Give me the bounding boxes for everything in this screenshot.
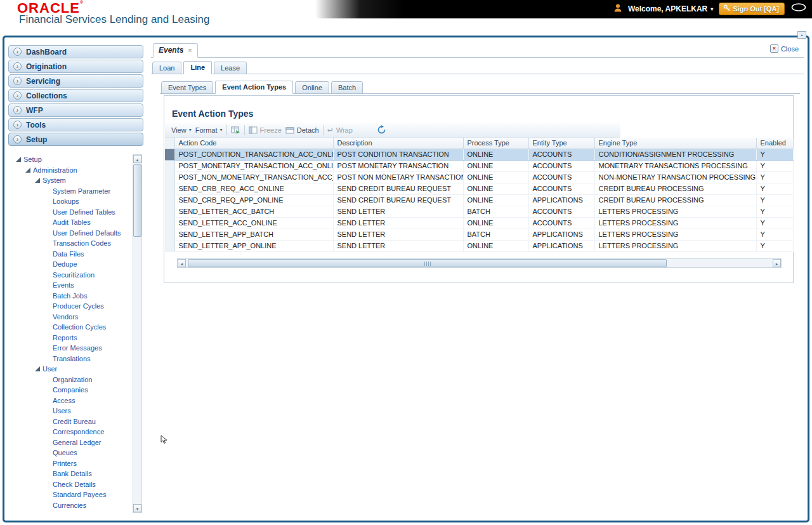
row-selector[interactable] (165, 183, 174, 194)
tree-item[interactable]: Access (13, 395, 129, 406)
tree-item[interactable]: System Parameter (13, 186, 129, 197)
tree-item[interactable]: Vendors (13, 312, 129, 322)
tree-node-link[interactable]: Translations (53, 355, 91, 362)
tree-node-link[interactable]: User Defined Tables (53, 208, 115, 216)
sidebar-menu-item[interactable]: › Tools (8, 118, 143, 131)
welcome-menu[interactable]: Welcome, APKELKAR ▾ (628, 4, 713, 13)
row-selector[interactable] (165, 160, 174, 171)
sidebar-scrollbar[interactable]: ▴ ▾ (133, 154, 142, 513)
tree-item[interactable]: User Defined Tables (13, 207, 129, 218)
sidebar-menu-item[interactable]: › WFP (8, 103, 143, 117)
tree-node-link[interactable]: Standard Payees (53, 491, 106, 498)
table-row[interactable]: POST_NON_MONETARY_TRANSACTION_ACC_ON... … (165, 171, 793, 183)
sub-tab[interactable]: Event Types (161, 81, 213, 94)
tab-close-icon[interactable]: × (188, 46, 192, 54)
sidebar-menu-item[interactable]: › Collections (8, 89, 143, 102)
tree-node-link[interactable]: Lookups (53, 197, 79, 205)
tree-item[interactable]: Currencies (13, 500, 129, 511)
row-selector[interactable] (165, 171, 174, 183)
tree-node-link[interactable]: Organization (53, 376, 92, 383)
expand-icon[interactable] (35, 366, 40, 371)
tree-item[interactable]: Lookups (13, 196, 129, 207)
tree-node-link[interactable]: Administration (33, 166, 77, 174)
row-selector[interactable] (165, 149, 174, 160)
sidebar-menu-item[interactable]: › DashBoard (8, 45, 143, 58)
row-selector[interactable] (165, 229, 174, 240)
scroll-down-icon[interactable]: ▾ (133, 504, 141, 512)
chat-bubble-icon[interactable] (790, 3, 807, 15)
sidebar-menu-item[interactable]: › Servicing (8, 74, 143, 88)
tree-node-link[interactable]: System (43, 176, 66, 184)
tree-node-link[interactable]: Printers (53, 460, 77, 467)
tree-node-link[interactable]: Batch Jobs (53, 292, 87, 300)
tree-node-link[interactable]: User (43, 365, 57, 373)
tree-node-link[interactable]: Securitization (53, 271, 95, 279)
row-selector[interactable] (165, 206, 174, 217)
row-selector[interactable] (165, 194, 174, 206)
tree-node-link[interactable]: Bank Details (53, 470, 92, 477)
tree-item[interactable]: Queues (13, 448, 129, 458)
page-scroll-up-icon[interactable]: ▴ (797, 31, 806, 39)
table-row[interactable]: SEND_LETTER_ACC_BATCH SEND LETTER BATCH … (165, 206, 793, 217)
tree-item[interactable]: Credit Bureau (13, 416, 129, 427)
table-row[interactable]: SEND_LETTER_APP_BATCH SEND LETTER BATCH … (165, 229, 793, 240)
tree-item[interactable]: Events (13, 280, 129, 291)
scroll-left-icon[interactable]: ◂ (178, 259, 186, 267)
tree-item[interactable]: General Ledger (13, 437, 129, 448)
tree-item[interactable]: Organization (13, 375, 129, 385)
product-tab[interactable]: Lease (214, 62, 247, 74)
tree-item[interactable]: Batch Jobs (13, 291, 129, 302)
tree-node-link[interactable]: General Ledger (53, 439, 101, 446)
tree-item[interactable]: Standard Payees (13, 489, 129, 500)
tree-node-link[interactable]: Users (53, 407, 71, 415)
tree-item[interactable]: Setup (13, 154, 129, 165)
tree-node-link[interactable]: Correspondence (53, 428, 104, 435)
tree-node-link[interactable]: Collection Cycles (53, 323, 106, 331)
freeze-button[interactable]: Freeze (249, 126, 282, 135)
sidebar-menu-item[interactable]: › Origination (8, 60, 143, 73)
tree-item[interactable]: Error Messages (13, 343, 129, 354)
product-tab[interactable]: Loan (152, 62, 181, 74)
sub-tab[interactable]: Online (295, 81, 329, 94)
tree-node-link[interactable]: Currencies (53, 502, 86, 509)
tree-item[interactable]: Securitization (13, 270, 129, 281)
wrap-button[interactable]: ↵ Wrap (327, 126, 353, 135)
refresh-icon[interactable] (377, 125, 386, 135)
format-menu-button[interactable]: Format ▾ (195, 126, 223, 134)
tree-item[interactable]: Data Files (13, 249, 129, 260)
tree-item[interactable]: Companies (13, 385, 129, 395)
tree-item[interactable]: System (13, 175, 129, 186)
tree-node-link[interactable]: Queues (53, 449, 77, 456)
tree-item[interactable]: Printers (13, 458, 129, 469)
expand-icon[interactable] (25, 168, 30, 173)
tree-node-link[interactable]: Error Messages (53, 344, 102, 352)
expand-icon[interactable] (16, 157, 21, 162)
sidebar-menu-item[interactable]: › Setup (8, 133, 143, 146)
table-row[interactable]: POST_CONDITION_TRANSACTION_ACC_ONLINE PO… (165, 149, 793, 160)
table-row[interactable]: SEND_LETTER_APP_ONLINE SEND LETTER ONLIN… (165, 240, 793, 251)
table-horizontal-scrollbar[interactable]: ◂ ▸ (177, 258, 782, 268)
tree-item[interactable]: Administration (13, 165, 129, 176)
tree-node-link[interactable]: Credit Bureau (53, 418, 96, 425)
tree-item[interactable]: User Defined Defaults (13, 228, 129, 239)
tab-events[interactable]: Events × (153, 43, 198, 58)
tree-item[interactable]: Check Details (13, 479, 129, 490)
scroll-right-icon[interactable]: ▸ (773, 259, 781, 267)
tree-item[interactable]: Collection Cycles (13, 322, 129, 333)
tree-node-link[interactable]: Audit Tables (53, 218, 91, 226)
table-row[interactable]: POST_MONETARY_TRANSACTION_ACC_ONLINE POS… (165, 160, 793, 171)
tree-item[interactable]: Producer Cycles (13, 301, 129, 312)
tree-item[interactable]: Bank Details (13, 469, 129, 479)
table-row[interactable]: SEND_LETTER_ACC_ONLINE SEND LETTER ONLIN… (165, 217, 793, 229)
tree-node-link[interactable]: Vendors (53, 313, 78, 321)
tree-node-link[interactable]: Companies (53, 386, 88, 394)
table-row[interactable]: SEND_CRB_REQ_APP_ONLINE SEND CREDIT BURE… (165, 194, 793, 206)
tree-item[interactable]: User (13, 364, 129, 375)
tree-node-link[interactable]: Setup (23, 156, 42, 163)
tree-node-link[interactable]: Transaction Codes (53, 239, 111, 247)
expand-icon[interactable] (35, 178, 40, 183)
export-to-excel-icon[interactable] (231, 126, 240, 135)
scroll-up-icon[interactable]: ▴ (133, 155, 141, 163)
tree-item[interactable]: Transaction Codes (13, 238, 129, 249)
row-selector[interactable] (165, 217, 174, 229)
